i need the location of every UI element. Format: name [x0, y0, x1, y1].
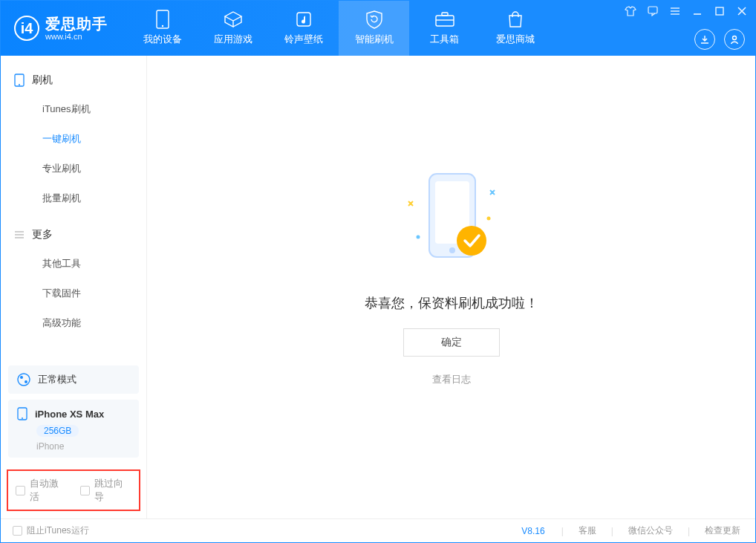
tab-label: 我的设备 — [143, 33, 182, 46]
svg-point-1 — [161, 25, 163, 27]
main-panel: 恭喜您，保资料刷机成功啦！ 确定 查看日志 — [147, 56, 755, 518]
minimize-icon[interactable] — [691, 5, 703, 17]
tab-label: 铃声壁纸 — [284, 33, 323, 46]
download-button[interactable] — [694, 29, 715, 50]
maximize-icon[interactable] — [714, 5, 726, 17]
phone-icon — [17, 407, 27, 420]
checkbox-block-itunes[interactable]: 阻止iTunes运行 — [13, 524, 89, 537]
svg-rect-4 — [442, 13, 448, 16]
success-illustration — [388, 166, 515, 278]
sidebar-item-other-tools[interactable]: 其他工具 — [1, 249, 146, 279]
checkbox-label: 自动激活 — [30, 477, 67, 504]
titlebar: i4 爱思助手 www.i4.cn 我的设备 应用游戏 — [1, 1, 755, 56]
app-subtitle: www.i4.cn — [45, 32, 108, 41]
sidebar-item-download-firmware[interactable]: 下载固件 — [1, 279, 146, 308]
sidebar: 刷机 iTunes刷机 一键刷机 专业刷机 批量刷机 更多 其他工具 下载固件 … — [1, 56, 147, 518]
svg-point-22 — [25, 380, 27, 383]
view-log-link[interactable]: 查看日志 — [432, 373, 471, 386]
device-name: iPhone XS Max — [35, 409, 104, 420]
feedback-icon[interactable] — [647, 5, 659, 17]
sidebar-item-oneclick-flash[interactable]: 一键刷机 — [1, 124, 146, 154]
window-controls — [625, 5, 748, 17]
statusbar: 阻止iTunes运行 V8.16 | 客服 | 微信公众号 | 检查更新 — [1, 518, 755, 542]
sidebar-item-advanced[interactable]: 高级功能 — [1, 308, 146, 338]
tab-label: 工具箱 — [430, 33, 459, 46]
device-storage: 256GB — [36, 425, 79, 437]
success-title: 恭喜您，保资料刷机成功啦！ — [365, 294, 538, 312]
sidebar-section-flash[interactable]: 刷机 — [1, 66, 146, 94]
list-icon — [14, 230, 25, 239]
svg-point-24 — [22, 417, 23, 419]
device-box[interactable]: iPhone XS Max 256GB iPhone — [8, 400, 139, 458]
checkbox-label: 阻止iTunes运行 — [27, 524, 89, 537]
svg-point-28 — [457, 226, 486, 256]
sidebar-item-batch-flash[interactable]: 批量刷机 — [1, 183, 146, 213]
link-support[interactable]: 客服 — [576, 524, 599, 537]
section-title: 更多 — [32, 228, 53, 241]
svg-rect-11 — [716, 7, 723, 15]
nav-tabs: 我的设备 应用游戏 铃声壁纸 智能刷机 — [127, 1, 550, 56]
toolbox-icon — [434, 10, 455, 28]
mode-icon — [17, 373, 30, 386]
checkbox-skip-guide[interactable]: 跳过向导 — [80, 477, 131, 504]
user-button[interactable] — [724, 29, 745, 50]
logo-area[interactable]: i4 爱思助手 www.i4.cn — [1, 16, 127, 41]
tab-smart-flash[interactable]: 智能刷机 — [339, 1, 409, 56]
mode-label: 正常模式 — [38, 373, 76, 386]
sidebar-item-pro-flash[interactable]: 专业刷机 — [1, 154, 146, 183]
tab-label: 应用游戏 — [214, 33, 252, 46]
checkbox-icon — [13, 526, 22, 536]
shield-refresh-icon — [364, 10, 385, 28]
link-wechat[interactable]: 微信公众号 — [625, 524, 676, 537]
logo-icon: i4 — [14, 16, 39, 41]
tab-ringtones-wallpapers[interactable]: 铃声壁纸 — [268, 1, 339, 56]
mode-box[interactable]: 正常模式 — [8, 365, 139, 394]
svg-point-21 — [20, 376, 23, 379]
logo-text: 爱思助手 www.i4.cn — [45, 16, 108, 41]
tab-label: 智能刷机 — [355, 33, 394, 46]
phone-icon — [152, 10, 173, 28]
svg-point-14 — [733, 36, 737, 40]
close-icon[interactable] — [736, 5, 748, 17]
sidebar-section-more[interactable]: 更多 — [1, 221, 146, 249]
svg-rect-6 — [648, 7, 657, 13]
ok-button[interactable]: 确定 — [403, 328, 500, 357]
app-window: i4 爱思助手 www.i4.cn 我的设备 应用游戏 — [0, 0, 756, 543]
svg-point-27 — [449, 247, 455, 253]
svg-point-16 — [19, 84, 20, 85]
app-title: 爱思助手 — [45, 16, 108, 32]
section-title: 刷机 — [32, 74, 53, 87]
tab-apps-games[interactable]: 应用游戏 — [198, 1, 268, 56]
svg-point-29 — [416, 235, 420, 238]
svg-point-20 — [18, 374, 30, 386]
checkbox-icon — [16, 486, 25, 495]
shopping-bag-icon — [505, 10, 526, 28]
body-area: 刷机 iTunes刷机 一键刷机 专业刷机 批量刷机 更多 其他工具 下载固件 … — [1, 56, 755, 518]
checkbox-icon — [80, 486, 90, 495]
device-icon — [14, 74, 25, 87]
music-note-icon — [293, 10, 314, 28]
device-type: iPhone — [36, 441, 64, 452]
highlight-checkboxes: 自动激活 跳过向导 — [7, 469, 140, 511]
svg-point-30 — [486, 216, 490, 220]
tab-my-device[interactable]: 我的设备 — [127, 1, 198, 56]
checkbox-label: 跳过向导 — [94, 477, 131, 504]
version-label: V8.16 — [521, 526, 544, 536]
sidebar-item-itunes-flash[interactable]: iTunes刷机 — [1, 94, 146, 124]
cube-icon — [223, 10, 244, 28]
tab-toolbox[interactable]: 工具箱 — [409, 1, 480, 56]
menu-icon[interactable] — [669, 5, 681, 17]
checkbox-auto-activate[interactable]: 自动激活 — [16, 477, 67, 504]
tshirt-icon[interactable] — [625, 5, 636, 17]
svg-rect-3 — [436, 16, 454, 26]
tab-label: 爱思商城 — [496, 33, 535, 46]
header-circle-buttons — [694, 29, 745, 50]
tab-store[interactable]: 爱思商城 — [480, 1, 550, 56]
link-check-update[interactable]: 检查更新 — [702, 524, 743, 537]
